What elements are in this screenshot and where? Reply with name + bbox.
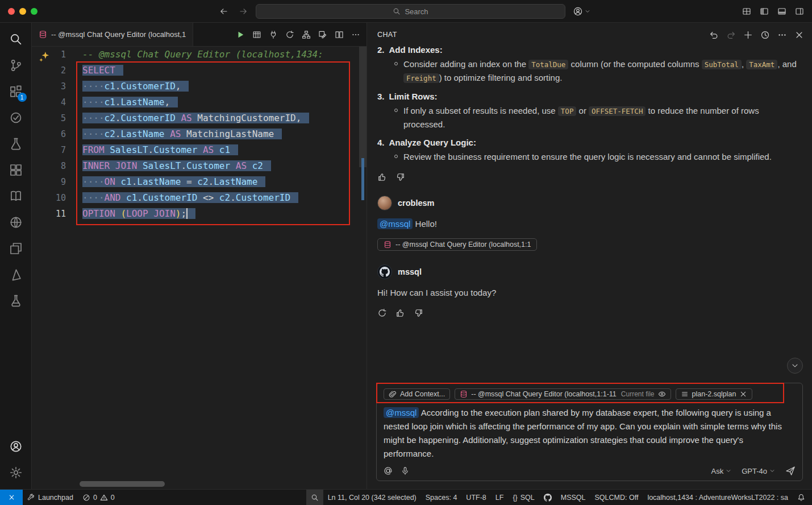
thumbs-down-icon[interactable]	[395, 172, 405, 182]
status-indentation[interactable]: Spaces: 4	[421, 490, 462, 505]
thumbs-up-icon[interactable]	[377, 172, 387, 182]
status-zoom[interactable]	[306, 490, 323, 505]
schema-visualize-button[interactable]	[299, 28, 314, 42]
code-line[interactable]: 2SELECT	[32, 63, 367, 78]
more-actions-button[interactable]	[348, 28, 363, 42]
activity-database-projects[interactable]	[2, 157, 30, 183]
line-text: ····c2.CustomerID AS MatchingCustomerID,	[82, 110, 309, 126]
activity-extensions[interactable]: 1	[2, 78, 30, 105]
code-line[interactable]: 9····ON c1.LastName = c2.LastName	[32, 174, 367, 190]
remote-indicator[interactable]	[0, 490, 23, 505]
activity-testing[interactable]	[2, 131, 30, 157]
message-attachment[interactable]: -- @mssql Chat Query Editor (localhost,1…	[377, 238, 537, 251]
status-cursor-position[interactable]: Ln 11, Col 20 (342 selected)	[323, 490, 421, 505]
thumbs-up-icon[interactable]	[395, 308, 405, 318]
code-line[interactable]: 6····c2.LastName AS MatchingLastName	[32, 126, 367, 142]
activity-sql-tools[interactable]	[2, 288, 30, 314]
model-dropdown[interactable]: GPT-4o	[742, 467, 775, 475]
code-line[interactable]: 4····c1.LastName,	[32, 94, 367, 110]
redo-icon[interactable]	[726, 30, 736, 40]
activity-accounts[interactable]	[2, 433, 30, 460]
scroll-to-bottom-button[interactable]	[787, 358, 803, 374]
connect-button[interactable]	[266, 28, 281, 42]
status-encoding[interactable]: UTF-8	[461, 490, 490, 505]
more-icon[interactable]	[777, 30, 787, 40]
profile-menu[interactable]	[573, 0, 590, 23]
copilot-sparkle-icon[interactable]	[39, 51, 50, 62]
regenerate-icon[interactable]	[377, 308, 387, 318]
estimated-plan-button[interactable]	[282, 28, 297, 42]
toggle-secondary-sidebar-icon[interactable]	[795, 7, 804, 16]
activity-live-share[interactable]	[2, 235, 30, 262]
send-icon[interactable]	[785, 466, 796, 476]
chat-input[interactable]: Add Context...-- @mssql Chat Query Edito…	[376, 383, 803, 481]
token: SELECT	[82, 65, 115, 76]
code-line[interactable]: 5····c2.CustomerID AS MatchingCustomerID…	[32, 110, 367, 126]
minimize-window-button[interactable]	[19, 8, 26, 15]
command-center-search[interactable]: Search	[256, 4, 565, 19]
bullet-marker	[394, 155, 398, 158]
close-icon[interactable]	[739, 390, 747, 398]
editor-tab[interactable]: -- @mssql Chat Query Editor (localhost,1	[32, 23, 193, 46]
history-icon[interactable]	[760, 30, 770, 40]
editor[interactable]: 1-- @mssql Chat Query Editor (localhost,…	[32, 47, 367, 489]
forward-icon[interactable]	[239, 7, 248, 16]
file-context-chip[interactable]: -- @mssql Chat Query Editor (localhost,1…	[455, 388, 671, 400]
add-context-chip[interactable]: Add Context...	[384, 388, 450, 400]
code-line[interactable]: 1-- @mssql Chat Query Editor (localhost,…	[32, 47, 367, 63]
token	[137, 160, 143, 171]
plan-context-chip[interactable]: plan-2.sqlplan	[676, 388, 753, 400]
chat-panel-title: CHAT	[377, 31, 397, 39]
horizontal-scrollbar[interactable]	[80, 481, 165, 487]
table-designer-button[interactable]	[315, 28, 330, 42]
code-line[interactable]: 11OPTION (LOOP JOIN);	[32, 206, 367, 222]
mode-dropdown[interactable]: Ask	[711, 467, 732, 475]
chat-input-text[interactable]: @mssql According to the execution plan s…	[384, 406, 796, 461]
code-line[interactable]: 7FROM SalesLT.Customer AS c1	[32, 142, 367, 158]
line-content: ····c2.CustomerID AS MatchingCustomerID,	[82, 113, 309, 123]
eye-icon[interactable]	[658, 390, 666, 398]
line-number: 7	[32, 142, 66, 158]
status-mssql[interactable]: MSSQL	[556, 490, 590, 505]
code-line[interactable]: 3····c1.CustomerID,	[32, 78, 367, 94]
customize-layout-icon[interactable]	[742, 7, 751, 16]
status-problems[interactable]: 00	[78, 490, 119, 505]
back-icon[interactable]	[219, 7, 228, 16]
mention-icon[interactable]	[384, 466, 393, 475]
undo-icon[interactable]	[709, 30, 719, 40]
activity-search[interactable]	[2, 26, 30, 52]
status-language[interactable]: {}SQL	[508, 490, 539, 505]
toggle-panel-icon[interactable]	[777, 7, 786, 16]
vertical-scrollbar[interactable]	[359, 47, 367, 167]
status-connection[interactable]: localhost,1434 : AdventureWorksLT2022 : …	[643, 490, 793, 505]
status-eol[interactable]: LF	[491, 490, 509, 505]
code-line[interactable]: 8INNER JOIN SalesLT.Customer AS c2	[32, 158, 367, 174]
mention-chip[interactable]: @mssql	[377, 218, 413, 229]
close-icon[interactable]	[794, 30, 804, 40]
token: ;	[181, 208, 186, 219]
microphone-icon[interactable]	[401, 466, 410, 475]
split-editor-button[interactable]	[332, 28, 347, 42]
activity-source-control[interactable]	[2, 52, 30, 78]
status-copilot[interactable]	[539, 490, 556, 505]
text-run: ,	[742, 59, 746, 69]
status-notifications[interactable]	[793, 490, 810, 505]
activity-docs[interactable]	[2, 183, 30, 209]
close-window-button[interactable]	[8, 8, 15, 15]
mention-chip[interactable]: @mssql	[384, 407, 419, 418]
activity-azure[interactable]	[2, 105, 30, 131]
code-line[interactable]: 10····AND c1.CustomerID <> c2.CustomerID	[32, 190, 367, 206]
run-query-button[interactable]	[233, 28, 248, 42]
status-sqlcmd[interactable]: SQLCMD: Off	[590, 490, 643, 505]
bullet-marker	[394, 62, 398, 65]
status-launchpad[interactable]: Launchpad	[23, 490, 78, 505]
activity-github[interactable]	[2, 209, 30, 235]
maximize-window-button[interactable]	[31, 8, 38, 15]
thumbs-down-icon[interactable]	[414, 308, 423, 318]
activity-prisma[interactable]	[2, 262, 30, 288]
activity-settings[interactable]	[2, 460, 30, 486]
toggle-primary-sidebar-icon[interactable]	[760, 7, 769, 16]
new-chat-icon[interactable]	[743, 30, 753, 40]
token: SalesLT	[110, 144, 148, 155]
results-button[interactable]	[249, 28, 264, 42]
